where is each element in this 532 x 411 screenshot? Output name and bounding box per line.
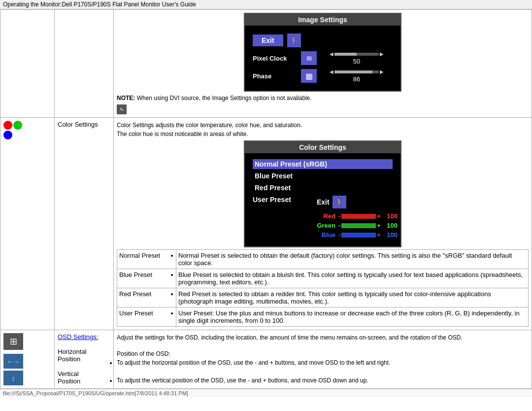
blue-preset-desc-item: Blue Preset is selected to obtain a blui… <box>178 271 526 286</box>
blue-bar-wrap: - + <box>338 231 381 239</box>
cs-exit-label[interactable]: Exit <box>317 198 330 206</box>
color-settings-content-cell: Color Settings adjusts the color tempera… <box>114 118 532 330</box>
user-preset-label[interactable]: User Preset <box>253 196 312 204</box>
dvi-note-icon: ✎ <box>117 104 127 114</box>
pixel-clock-slider-area: ◀ ▶ 50 <box>321 51 393 65</box>
cs-exit-icon: 🚶 <box>332 196 346 208</box>
normal-preset-desc-row: Normal Preset Normal Preset is selected … <box>117 250 529 269</box>
red-preset-item[interactable]: Red Preset <box>253 183 393 193</box>
image-settings-icon-cell <box>0 10 55 118</box>
normal-preset-item[interactable]: Normal Preset (sRGB) <box>253 159 393 169</box>
dot-red <box>3 121 12 130</box>
blue-value: 100 <box>384 231 398 239</box>
page-title: Operating the Monitor:Dell P170S/P190S F… <box>0 0 532 9</box>
vertical-position-icon: ↕ <box>3 371 23 385</box>
osd-settings-label: OSD Settings: <box>58 333 98 341</box>
user-preset-desc-row: User Preset User Preset: Use the plus an… <box>117 308 529 327</box>
osd-settings-description: Adjust the settings for the OSD, includi… <box>117 333 529 342</box>
red-bar-fill <box>341 214 376 219</box>
blue-preset-desc-label-cell: Blue Preset <box>117 269 176 288</box>
red-color-row: Red - + 100 <box>317 212 398 220</box>
red-minus[interactable]: - <box>338 212 340 220</box>
red-value: 100 <box>384 212 398 220</box>
phase-slider-track <box>334 70 379 73</box>
green-bar-fill <box>341 223 376 228</box>
osd-vertical-bullet: To adjust the vertical position of the O… <box>117 376 529 385</box>
phase-slider-area: ◀ ▶ 86 <box>321 69 393 83</box>
pixel-clock-icon: ≋ <box>301 51 317 65</box>
phase-slider-left-arrow: ◀ <box>330 69 333 74</box>
pixel-clock-row: Pixel Clock ≋ ◀ ▶ 50 <box>253 51 393 65</box>
osd-settings-link[interactable]: OSD Settings: <box>58 333 98 341</box>
green-label: Green <box>317 222 335 229</box>
slider-left-arrow: ◀ <box>330 51 333 57</box>
red-bar <box>341 214 376 219</box>
red-plus[interactable]: + <box>377 212 381 220</box>
blue-color-row: Blue - + 100 <box>317 231 398 239</box>
normal-preset-desc-label-cell: Normal Preset <box>117 250 176 269</box>
color-settings-osd: Color Settings Normal Preset (sRGB) Blue… <box>244 140 401 247</box>
image-settings-label-cell <box>55 10 114 118</box>
osd-exit-row: Exit 🚶 <box>253 34 393 47</box>
blue-minus[interactable]: - <box>338 231 340 239</box>
color-desc-table: Normal Preset Normal Preset is selected … <box>117 249 529 327</box>
user-preset-desc-item: User Preset: Use the plus and minus butt… <box>178 309 526 324</box>
blue-preset-desc-row: Blue Preset Blue Preset is selected to o… <box>117 269 529 288</box>
color-settings-icon-cell <box>0 118 55 330</box>
red-label: Red <box>317 212 335 220</box>
normal-preset-desc-text-cell: Normal Preset is selected to obtain the … <box>176 250 529 269</box>
user-preset-desc-label: User Preset <box>119 309 153 317</box>
green-value: 100 <box>384 222 398 229</box>
red-preset-desc-label-cell: Red Preset <box>117 288 176 308</box>
phase-slider-fill <box>334 70 372 73</box>
exit-and-colors-area: Exit 🚶 Red - <box>317 196 398 240</box>
normal-preset-desc-list: Normal Preset is selected to obtain the … <box>178 252 526 267</box>
pixel-clock-slider-track <box>334 53 379 56</box>
red-preset-desc-item: Red Preset is selected to obtain a redde… <box>178 290 526 305</box>
normal-preset-desc-item: Normal Preset is selected to obtain the … <box>178 252 526 267</box>
note-body: When using DVI source, the Image Setting… <box>137 95 312 102</box>
green-bar <box>341 223 376 228</box>
phase-slider-container: ◀ ▶ <box>330 69 384 74</box>
osd-horizontal-bullet: To adjust the horizontal position of the… <box>117 358 529 367</box>
blue-plus[interactable]: + <box>377 231 381 239</box>
blue-bar <box>341 233 376 238</box>
color-settings-osd-title: Color Settings <box>245 141 400 153</box>
phase-label: Phase <box>253 72 297 80</box>
blue-preset-desc-text-cell: Blue Preset is selected to obtain a blui… <box>176 269 529 288</box>
image-settings-osd: Image Settings Exit 🚶 Pixel Clock ≋ ◀ <box>244 13 401 92</box>
dot-blue <box>3 131 12 139</box>
horizontal-position-label: HorizontalPosition <box>58 348 87 363</box>
image-settings-title: Image Settings <box>245 14 400 26</box>
osd-settings-icon: ⊞ <box>3 333 23 350</box>
color-settings-label-cell: Color Settings <box>55 118 114 330</box>
vertical-position-label: VerticalPosition <box>58 370 80 385</box>
user-preset-desc-label-cell: User Preset <box>117 308 176 327</box>
color-settings-description: Color Settings adjusts the color tempera… <box>117 121 529 138</box>
dot-green <box>13 121 22 130</box>
osd-settings-label-cell: OSD Settings: HorizontalPosition Vertica… <box>55 330 114 389</box>
green-minus[interactable]: - <box>338 222 340 229</box>
blue-preset-item[interactable]: Blue Preset <box>253 171 393 181</box>
blue-bar-fill <box>341 233 376 238</box>
horizontal-position-icon: ←→ <box>3 354 23 369</box>
red-bar-wrap: - + <box>338 212 381 220</box>
red-preset-desc-list: Red Preset is selected to obtain a redde… <box>178 290 526 305</box>
phase-row: Phase ▦ ◀ ▶ 86 <box>253 69 393 83</box>
image-settings-note: NOTE: When using DVI source, the Image S… <box>117 95 529 102</box>
phase-value: 86 <box>353 75 360 83</box>
user-preset-area: User Preset <box>253 196 312 206</box>
phase-slider-right-arrow: ▶ <box>380 69 384 74</box>
green-plus[interactable]: + <box>377 222 381 229</box>
normal-preset-desc-label: Normal Preset <box>119 252 160 259</box>
user-preset-desc-text-cell: User Preset: Use the plus and minus butt… <box>176 308 529 327</box>
exit-button[interactable]: Exit <box>253 34 283 46</box>
red-preset-desc-label: Red Preset <box>119 290 151 298</box>
osd-position-list: To adjust the horizontal position of the… <box>117 358 529 385</box>
user-preset-desc-list: User Preset: Use the plus and minus butt… <box>178 309 526 324</box>
blue-label: Blue <box>317 231 335 239</box>
green-bar-wrap: - + <box>338 222 381 229</box>
footer-bar: file:///S|/SSA_Proposal/P170S_P190S/UG/o… <box>0 389 532 397</box>
exit-icon: 🚶 <box>287 34 301 47</box>
pixel-clock-slider-fill <box>334 53 357 56</box>
